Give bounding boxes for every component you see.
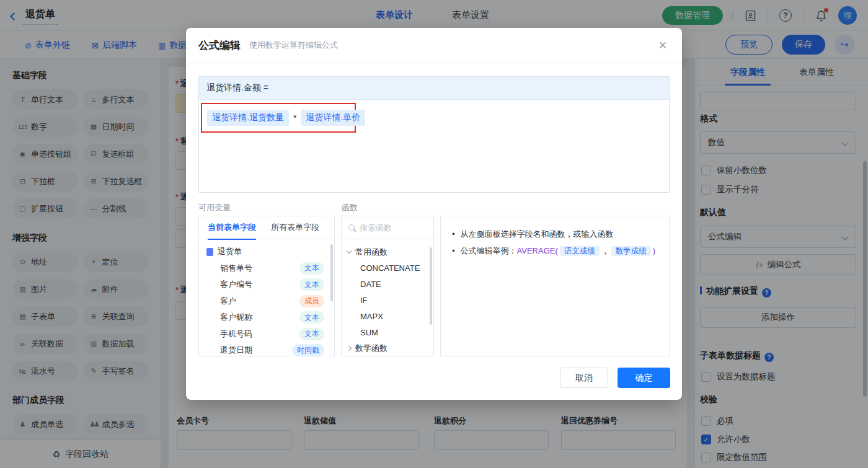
type-badge-timestamp: 时间戳 xyxy=(292,344,324,356)
close-icon[interactable]: ✕ xyxy=(658,40,667,51)
variable-row[interactable]: 手机号码 文本 xyxy=(206,326,329,343)
variables-label: 可用变量 xyxy=(198,202,231,213)
example-field-chip: 语文成绩 xyxy=(560,246,600,256)
formula-chip-unit-price[interactable]: 退货详情.单价 xyxy=(301,110,365,126)
formula-input-area[interactable]: 退货详情.退货数量 * 退货详情.单价 xyxy=(199,100,669,192)
app-window: 退货单 表单设计 表单设置 数据管理 ? 理 ⊘ 表单外链 xyxy=(0,0,868,468)
function-item[interactable]: IF xyxy=(347,292,428,308)
search-icon xyxy=(348,224,355,231)
modal-header: 公式编辑 使用数学运算符编辑公式 ✕ xyxy=(186,28,682,63)
formula-result-label: 退货详情.金额 = xyxy=(199,77,669,100)
type-badge-text: 文本 xyxy=(299,262,324,275)
variable-row[interactable]: 客户昵称 文本 xyxy=(206,309,329,326)
variables-tree: 退货单 销售单号 文本 客户编号 文本 客户 成员 客户昵称 文本 xyxy=(199,239,334,356)
modal-subtitle: 使用数学运算符编辑公式 xyxy=(249,40,338,51)
functions-panel: 常用函数 CONCATENATE DATE IF MAPX SUM 数学函数 文… xyxy=(341,216,434,356)
confirm-button[interactable]: 确定 xyxy=(618,368,670,388)
type-badge-member: 成员 xyxy=(299,295,324,307)
hint-panel: • 从左侧面板选择字段名和函数，或输入函数 • 公式编辑举例：AVERAGE(语… xyxy=(440,216,670,356)
formula-edit-modal: 公式编辑 使用数学运算符编辑公式 ✕ 退货详情.金额 = 退货详情.退货数量 *… xyxy=(186,28,682,400)
chevron-down-icon xyxy=(347,249,352,254)
type-badge-text: 文本 xyxy=(299,328,324,340)
function-group-text[interactable]: 文本函数 xyxy=(347,356,428,356)
variable-row[interactable]: 客户编号 文本 xyxy=(206,276,329,293)
functions-scrollbar[interactable] xyxy=(430,247,432,325)
function-group-math[interactable]: 数学函数 xyxy=(347,340,428,356)
annotation-highlight-box: 退货详情.退货数量 * 退货详情.单价 xyxy=(201,103,356,133)
modal-title: 公式编辑 xyxy=(198,38,241,53)
variable-row[interactable]: 销售单号 文本 xyxy=(206,260,329,277)
multiply-operator: * xyxy=(293,113,296,123)
function-item[interactable]: MAPX xyxy=(347,308,428,324)
tab-current-form-fields[interactable]: 当前表单字段 xyxy=(208,222,256,233)
tree-root-form[interactable]: 退货单 xyxy=(206,244,329,260)
function-item[interactable]: DATE xyxy=(347,276,428,292)
function-search xyxy=(342,216,433,239)
variable-row[interactable]: 客户 成员 xyxy=(206,293,329,310)
form-doc-icon xyxy=(206,248,213,256)
functions-tree: 常用函数 CONCATENATE DATE IF MAPX SUM 数学函数 文… xyxy=(342,239,433,356)
formula-chip-quantity[interactable]: 退货详情.退货数量 xyxy=(207,110,289,126)
tab-all-form-fields[interactable]: 所有表单字段 xyxy=(271,222,319,233)
formula-editor: 退货详情.金额 = 退货详情.退货数量 * 退货详情.单价 xyxy=(198,76,670,193)
variables-scrollbar[interactable] xyxy=(330,244,333,301)
variables-panel: 当前表单字段 所有表单字段 退货单 销售单号 文本 客户编号 文本 客户 xyxy=(198,216,335,356)
chevron-right-icon xyxy=(347,345,352,350)
example-field-chip: 数学成绩 xyxy=(611,246,651,256)
variables-tabs: 当前表单字段 所有表单字段 xyxy=(199,216,334,239)
cancel-button[interactable]: 取消 xyxy=(560,368,608,388)
hint-line-1: • 从左侧面板选择字段名和函数，或输入函数 xyxy=(452,226,658,242)
hint-line-2: • 公式编辑举例：AVERAGE(语文成绩，数学成绩) xyxy=(452,242,658,260)
function-search-input[interactable] xyxy=(360,223,422,232)
function-item[interactable]: SUM xyxy=(347,324,428,340)
example-function-name: AVERAGE xyxy=(517,246,556,255)
type-badge-text: 文本 xyxy=(299,311,324,324)
variable-row[interactable]: 退货日期 时间戳 xyxy=(206,342,329,356)
function-item[interactable]: CONCATENATE xyxy=(347,260,428,276)
type-badge-text: 文本 xyxy=(299,278,324,291)
functions-label: 函数 xyxy=(342,202,358,213)
function-group-common[interactable]: 常用函数 xyxy=(347,244,428,260)
